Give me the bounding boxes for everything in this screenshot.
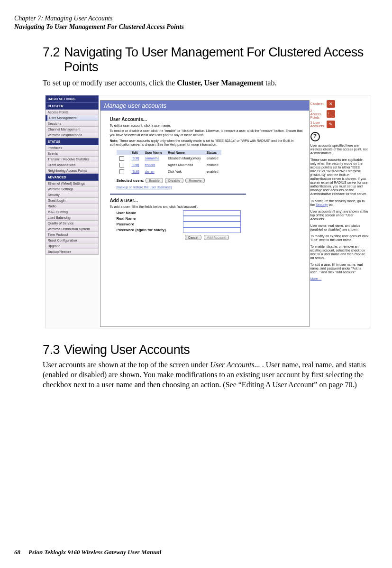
section-7-2-body: To set up or modify user accounts, click… [43, 78, 373, 88]
section-7-2-title: 7.2Navigating To User Management For Clu… [43, 45, 373, 74]
badge-icon: ✕ [327, 100, 335, 108]
sidebar-item[interactable]: Wireless Settings [46, 186, 99, 192]
sidebar-item[interactable]: MAC Filtering [46, 209, 99, 215]
sidebar-item[interactable]: Channel Management [46, 127, 99, 132]
sidebar-item[interactable]: Time Protocol [46, 232, 99, 238]
sidebar-item[interactable]: Transmit / Receive Statistics [46, 157, 99, 162]
page-number: 68 [14, 549, 28, 556]
sidebar-item[interactable]: Wireless Neighborhood [46, 132, 99, 138]
remove-button[interactable]: Remove [185, 178, 205, 183]
sidebar-item[interactable]: Client Associations [46, 162, 99, 168]
section-7-2-body-bold: Cluster, User Management [177, 79, 264, 87]
sidebar-item[interactable]: Quality of Service [46, 221, 99, 226]
status-cell: enabled [204, 168, 221, 175]
sidebar-item[interactable]: Events [46, 151, 99, 157]
main-panel: Manage user accounts User Accounts... To… [100, 100, 310, 327]
section-7-3-body-lead: User accounts are shown at the top of th… [43, 361, 210, 369]
row-checkbox[interactable] [119, 163, 124, 168]
user-table: EditUser NameReal NameStatus[Edit]samant… [117, 150, 221, 175]
section-7-3-title: 7.3Viewing User Accounts [43, 343, 373, 357]
sidebar-item[interactable]: Reset Configuration [46, 238, 99, 243]
note-label: Note: [110, 139, 119, 142]
sidebar-item[interactable]: Radio [46, 204, 99, 209]
table-row: [Edit]darrenDick Yorkenabled [117, 168, 221, 175]
section-7-2-body-tail: tab. [264, 79, 277, 87]
selected-users-row: Selected users: Enable Disable Remove [117, 178, 304, 183]
help-paragraph: To modify an existing user account click… [310, 234, 370, 242]
sidebar-head: ADVANCED [46, 174, 99, 181]
cluster-badges: Clustered✕2Access Points⋮⋮3 UserAccounts… [310, 100, 370, 128]
edit-link[interactable]: [Edit] [132, 163, 139, 167]
add-account-button[interactable]: Add Account [204, 235, 229, 240]
sidebar-item[interactable]: Sessions [46, 121, 99, 127]
help-icon[interactable]: ? [310, 132, 320, 141]
section-7-2-body-lead: To set up or modify user accounts, click… [43, 79, 177, 87]
more-link[interactable]: More ... [310, 277, 322, 280]
sidebar-item[interactable]: Ethernet (Wired) Settings [46, 181, 99, 186]
backup-restore-link[interactable]: [backup or restore the user database] [117, 186, 172, 189]
sidebar-head: STATUS [46, 138, 99, 145]
table-row: [Edit]endoraAgnes Moorheadenabled [117, 162, 221, 168]
row-checkbox[interactable] [119, 156, 124, 161]
sidebar-item[interactable]: Access Points [46, 110, 99, 115]
note: Note: These user accounts apply only whe… [110, 139, 304, 147]
badge-icon: ✎ [327, 121, 335, 128]
help-text: User accounts specified here are wireles… [310, 144, 370, 281]
admin-ui-screenshot: BASIC SETTINGSCLUSTERAccess PointsUser M… [45, 95, 371, 328]
sidebar-head: BASIC SETTINGS [46, 95, 99, 102]
realname-cell: Elizabeth Montgomery [165, 155, 204, 162]
user-accounts-heading: User Accounts... [110, 117, 304, 122]
user-table-header: Real Name [165, 150, 204, 155]
sidebar-nav: BASIC SETTINGSCLUSTERAccess PointsUser M… [46, 95, 99, 328]
cancel-button[interactable]: Cancel [185, 235, 202, 240]
password2-input[interactable] [183, 227, 241, 233]
user-table-header: User Name [142, 150, 165, 155]
sidebar-item[interactable]: Backup/Restore [46, 249, 99, 255]
badge-icon: ⋮⋮ [327, 110, 335, 118]
sidebar-item[interactable]: Wireless Distribution System [46, 226, 99, 232]
note-text: These user accounts apply only when the … [110, 139, 294, 146]
realname-cell: Agnes Moorhead [165, 162, 204, 168]
row-checkbox[interactable] [119, 169, 124, 174]
username-link[interactable]: samantha [145, 157, 159, 160]
realname-label: Real Name [117, 216, 183, 221]
sidebar-item[interactable]: User Management [46, 115, 99, 121]
status-cell: enabled [204, 162, 221, 168]
enable-button[interactable]: Enable [146, 178, 163, 183]
right-panel: Clustered✕2Access Points⋮⋮3 UserAccounts… [310, 100, 370, 327]
help-paragraph: User accounts (if any) are shown at the … [310, 210, 370, 221]
section-divider [110, 194, 246, 195]
edit-link[interactable]: [Edit] [132, 170, 139, 173]
sidebar-item[interactable]: Interfaces [46, 145, 99, 151]
disable-button[interactable]: Disable [165, 178, 183, 183]
cluster-badge: 3 UserAccounts✎ [310, 121, 370, 128]
sidebar-item[interactable]: Security [46, 192, 99, 198]
footer: 68Psion Teklogix 9160 Wireless Gateway U… [14, 549, 161, 556]
user-table-header: Edit [129, 150, 142, 155]
edit-link[interactable]: [Edit] [132, 157, 139, 160]
add-user-heading: Add a user... [110, 198, 304, 203]
help-paragraph: User accounts specified here are wireles… [310, 144, 370, 155]
sidebar-item[interactable]: Neighboring Access Points [46, 168, 99, 174]
password-input[interactable] [183, 222, 241, 227]
sidebar-item[interactable]: Guest Login [46, 198, 99, 204]
help-paragraph: User name, real name, and status (enable… [310, 224, 370, 232]
status-cell: enabled [204, 155, 221, 162]
section-7-3-text: Viewing User Accounts [64, 343, 371, 357]
password-label: Password [117, 222, 183, 226]
security-link[interactable]: Security [316, 203, 328, 206]
sidebar-item[interactable]: Upgrade [46, 243, 99, 249]
add-user-instruction: To add a user, fill in the fields below … [110, 205, 304, 209]
realname-input[interactable] [183, 216, 241, 222]
sidebar-head: CLUSTER [46, 102, 99, 110]
username-input[interactable] [183, 210, 241, 216]
username-link[interactable]: endora [145, 163, 155, 167]
header-chapter: Chapter 7: Managing User Accounts [14, 14, 373, 23]
cluster-badge: Clustered✕ [310, 100, 370, 108]
enable-disable-instruction: To enable or disable a user, click the "… [110, 129, 304, 137]
content-area: User Accounts... To edit a user account,… [100, 111, 309, 243]
help-paragraph: To add a user, fill in user name, real n… [310, 263, 370, 274]
username-link[interactable]: darren [145, 170, 154, 173]
sidebar-item[interactable]: Load Balancing [46, 215, 99, 221]
section-7-2-text: Navigating To User Management For Cluste… [64, 45, 371, 74]
